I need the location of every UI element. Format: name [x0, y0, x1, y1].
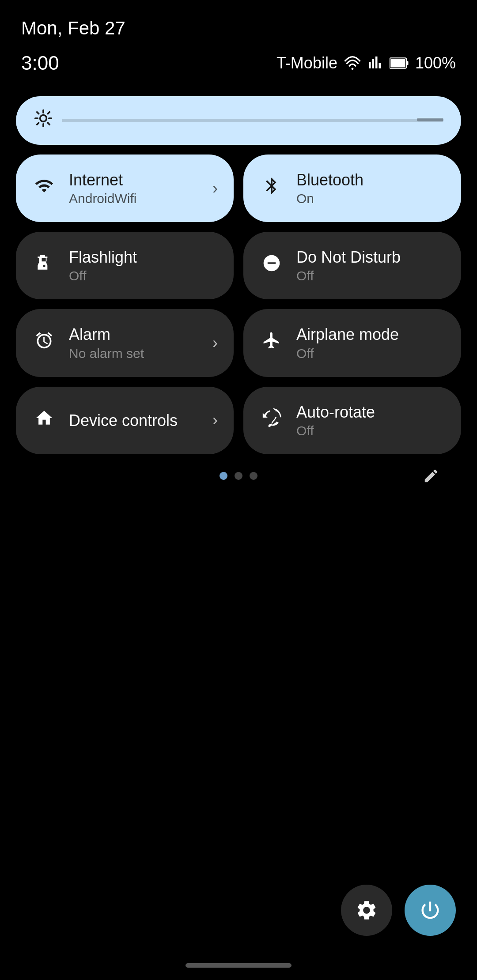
flashlight-icon	[32, 253, 57, 278]
tile-sublabel-airplane: Off	[296, 346, 445, 361]
status-indicators: T-Mobile 100%	[276, 54, 456, 72]
tile-label-bluetooth: Bluetooth	[296, 170, 445, 189]
tile-device-controls[interactable]: Device controls ›	[16, 387, 234, 454]
svg-line-7	[37, 112, 39, 114]
svg-point-4	[40, 115, 47, 122]
brightness-slider[interactable]	[62, 119, 443, 122]
tile-label-alarm: Alarm	[69, 325, 200, 344]
tile-label-auto-rotate: Auto-rotate	[296, 403, 445, 422]
status-icons-row: 3:00 T-Mobile 100%	[0, 48, 477, 87]
tile-sublabel-auto-rotate: Off	[296, 423, 445, 438]
svg-line-11	[37, 123, 39, 124]
tile-dnd[interactable]: Do Not Disturb Off	[243, 232, 461, 299]
chevron-icon-device-controls: ›	[212, 411, 218, 430]
tile-flashlight[interactable]: Flashlight Off	[16, 232, 234, 299]
home-bar	[186, 963, 292, 968]
alarm-icon	[32, 331, 57, 355]
tile-alarm[interactable]: Alarm No alarm set ›	[16, 309, 234, 377]
tile-sublabel-bluetooth: On	[296, 191, 445, 206]
chevron-icon-internet: ›	[212, 179, 218, 198]
tile-sublabel-flashlight: Off	[69, 268, 218, 283]
settings-button[interactable]	[341, 885, 392, 936]
dnd-icon	[259, 253, 284, 278]
quick-settings-panel: Internet AndroidWifi › Bluetooth On Flas…	[0, 87, 477, 480]
tile-label-dnd: Do Not Disturb	[296, 248, 445, 267]
status-bar: Mon, Feb 27	[0, 0, 477, 48]
page-dot-3	[250, 472, 257, 480]
brightness-control[interactable]	[16, 96, 461, 145]
tile-sublabel-alarm: No alarm set	[69, 346, 200, 361]
rotate-icon	[259, 408, 284, 433]
svg-rect-2	[390, 59, 405, 67]
svg-line-12	[48, 112, 49, 114]
tile-auto-rotate[interactable]: Auto-rotate Off	[243, 387, 461, 454]
status-time: 3:00	[21, 52, 59, 74]
status-date: Mon, Feb 27	[21, 18, 125, 39]
bottom-actions	[341, 885, 456, 936]
battery-label: 100%	[415, 54, 456, 72]
quick-tiles-grid: Internet AndroidWifi › Bluetooth On Flas…	[16, 155, 461, 454]
tile-sublabel-dnd: Off	[296, 268, 445, 283]
svg-line-8	[48, 123, 49, 124]
svg-point-0	[352, 68, 354, 70]
home-icon	[32, 408, 57, 433]
tile-label-internet: Internet	[69, 170, 200, 189]
power-button[interactable]	[405, 885, 456, 936]
carrier-label: T-Mobile	[276, 54, 337, 72]
tile-label-device-controls: Device controls	[69, 411, 200, 430]
battery-icon	[390, 57, 409, 69]
brightness-icon	[34, 109, 53, 132]
edit-button[interactable]	[417, 462, 445, 490]
page-indicators	[16, 472, 461, 480]
svg-rect-3	[406, 61, 408, 65]
tile-label-flashlight: Flashlight	[69, 248, 218, 267]
airplane-icon	[259, 331, 284, 355]
chevron-icon-alarm: ›	[212, 334, 218, 352]
page-dot-1	[220, 472, 227, 480]
tile-bluetooth[interactable]: Bluetooth On	[243, 155, 461, 222]
wifi-status-icon	[344, 56, 361, 70]
tile-sublabel-internet: AndroidWifi	[69, 191, 200, 206]
tile-label-airplane: Airplane mode	[296, 325, 445, 344]
signal-icon	[367, 55, 383, 71]
bluetooth-icon	[259, 176, 284, 200]
tile-airplane[interactable]: Airplane mode Off	[243, 309, 461, 377]
wifi-icon	[32, 176, 57, 200]
page-dot-2	[235, 472, 242, 480]
tile-internet[interactable]: Internet AndroidWifi ›	[16, 155, 234, 222]
